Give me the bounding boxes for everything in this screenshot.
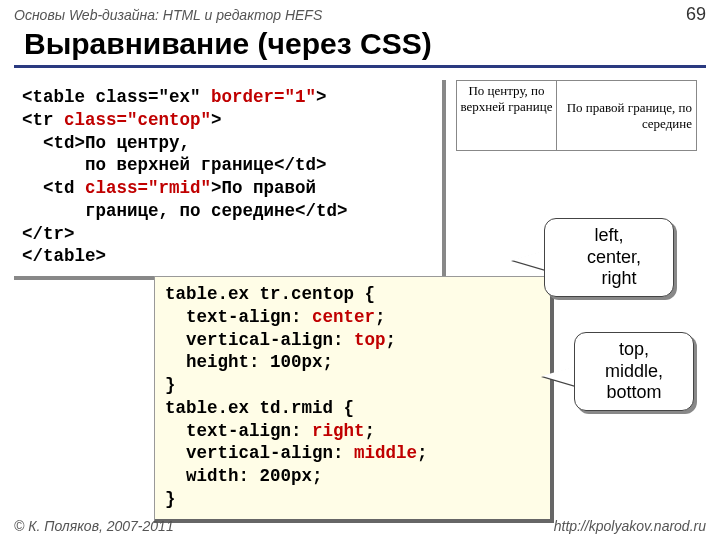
code-line: > — [211, 110, 222, 130]
callout-tail-icon — [542, 366, 576, 386]
code-keyword: center — [312, 307, 375, 327]
code-line: >По правой — [211, 178, 316, 198]
code-line: table.ex tr.centop { — [165, 284, 375, 304]
footer-url: http://kpolyakov.narod.ru — [554, 518, 706, 534]
code-line: по верхней границе</td> — [22, 155, 327, 175]
code-line: <table class="ex" — [22, 87, 211, 107]
title-underline — [14, 65, 706, 68]
breadcrumb: Основы Web-дизайна: HTML и редактор HEFS — [14, 7, 322, 23]
code-line: границе, по середине</td> — [22, 201, 348, 221]
code-line: text-align: — [165, 307, 312, 327]
code-keyword: border="1" — [211, 87, 316, 107]
code-line: ; — [417, 443, 428, 463]
code-line: <td — [22, 178, 85, 198]
code-line: height: 100px; — [165, 352, 333, 372]
code-keyword: middle — [354, 443, 417, 463]
footer-bar: © К. Поляков, 2007-2011 http://kpolyakov… — [0, 518, 720, 534]
example-cell-center-top: По центру, по верхней границе — [457, 81, 557, 151]
code-keyword: class="centop" — [64, 110, 211, 130]
example-render-table: По центру, по верхней границе По правой … — [456, 80, 697, 151]
code-line: ; — [375, 307, 386, 327]
code-line: text-align: — [165, 421, 312, 441]
table-row: По центру, по верхней границе По правой … — [457, 81, 697, 151]
code-keyword: class="rmid" — [85, 178, 211, 198]
code-keyword: top — [354, 330, 386, 350]
code-line: ; — [386, 330, 397, 350]
callout-vertical-align: top, middle, bottom — [574, 332, 694, 411]
code-line: <tr — [22, 110, 64, 130]
code-line: ; — [365, 421, 376, 441]
code-line: width: 200px; — [165, 466, 323, 486]
page-title: Выравнивание (через CSS) — [24, 27, 706, 63]
header-bar: Основы Web-дизайна: HTML и редактор HEFS… — [0, 0, 720, 27]
code-line: vertical-align: — [165, 443, 354, 463]
code-line: table.ex td.rmid { — [165, 398, 354, 418]
css-code-box: table.ex tr.centop { text-align: center;… — [154, 276, 554, 523]
code-line: > — [316, 87, 327, 107]
code-line: </tr> — [22, 224, 75, 244]
code-line: } — [165, 489, 176, 509]
page-number: 69 — [686, 4, 706, 25]
code-line: vertical-align: — [165, 330, 354, 350]
callout-horizontal-align: left, center, right — [544, 218, 674, 297]
callout-text: top, middle, bottom — [605, 339, 663, 402]
callout-text: left, center, right — [577, 225, 641, 288]
code-line: } — [165, 375, 176, 395]
example-cell-right-middle: По правой границе, по середине — [557, 81, 697, 151]
code-keyword: right — [312, 421, 365, 441]
html-code-box: <table class="ex" border="1"> <tr class=… — [14, 80, 446, 280]
copyright-text: © К. Поляков, 2007-2011 — [14, 518, 174, 534]
code-line: <td>По центру, — [22, 133, 190, 153]
code-line: </table> — [22, 246, 106, 266]
callout-tail-icon — [512, 250, 546, 270]
